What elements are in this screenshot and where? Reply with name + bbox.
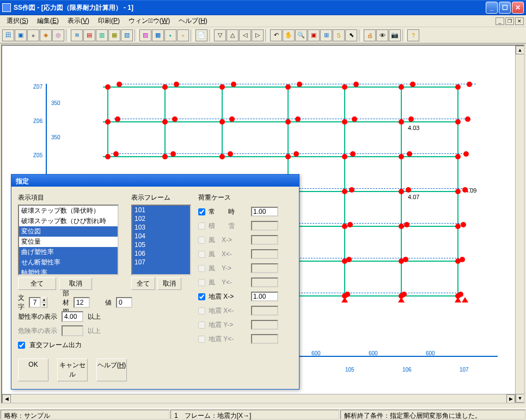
- status-panel-1: 略称：サンプル: [1, 410, 169, 419]
- tool-left[interactable]: ◁: [239, 29, 251, 41]
- cb-loadcase: [198, 322, 205, 329]
- tool-help[interactable]: ?: [407, 29, 419, 41]
- tool-undo[interactable]: ↶: [270, 29, 282, 41]
- menu-window[interactable]: ウィントﾞウ(W): [124, 15, 174, 27]
- tool-grid2[interactable]: ⊞: [320, 29, 332, 41]
- close-button[interactable]: ✕: [512, 2, 524, 14]
- tool-print[interactable]: 🖨: [364, 29, 376, 41]
- list-item[interactable]: 103: [132, 223, 190, 232]
- tool-14[interactable]: ▫: [177, 29, 189, 41]
- tool-fit[interactable]: ▣: [308, 29, 320, 41]
- list-item[interactable]: 破壊ステップ数（降伏時）: [19, 206, 118, 216]
- dialog-title: 指定: [11, 175, 299, 187]
- tool-zoom[interactable]: 🔍: [295, 29, 307, 41]
- list-item[interactable]: 破壊ステップ数（ひび割れ時: [19, 216, 118, 226]
- mdi-restore[interactable]: ❐: [505, 17, 514, 25]
- tool-13[interactable]: ▪: [164, 29, 176, 41]
- sosei-field[interactable]: [62, 311, 83, 322]
- mdi-minimize[interactable]: _: [496, 17, 504, 25]
- node-disp: [349, 187, 354, 193]
- cb-loadcase[interactable]: [198, 293, 205, 300]
- tool-8[interactable]: ▥: [96, 29, 108, 41]
- btn-all-2[interactable]: 全て: [131, 277, 155, 290]
- spin-moji[interactable]: ▲▼: [29, 297, 47, 308]
- ok-button[interactable]: OK: [18, 359, 48, 381]
- list-item[interactable]: 106: [132, 249, 190, 258]
- minimize-button[interactable]: _: [486, 2, 498, 14]
- spin-down-icon[interactable]: ▼: [41, 302, 47, 308]
- list-item[interactable]: せん断塑性率: [19, 257, 118, 268]
- list-item[interactable]: 変位図: [19, 226, 118, 237]
- node: [455, 189, 461, 194]
- node-disp: [458, 292, 463, 297]
- menu-view[interactable]: 表示(V): [63, 15, 94, 27]
- list-item[interactable]: 軸塑性率: [19, 268, 118, 275]
- cancel-button[interactable]: キャンセル: [57, 359, 88, 381]
- vscroll[interactable]: ▲ ▼: [515, 46, 524, 403]
- loadcase-value[interactable]: [251, 292, 278, 301]
- spin-up-icon[interactable]: ▲: [41, 297, 47, 302]
- tool-ptr[interactable]: ⬉: [345, 29, 357, 41]
- list-item[interactable]: 変位量: [19, 237, 118, 247]
- list-hyoji-komoku[interactable]: 破壊ステップ数（降伏時） 破壊ステップ数（ひび割れ時 変位図 変位量 曲げ塑性率…: [18, 205, 119, 275]
- list-item[interactable]: 曲げ塑性率: [19, 247, 118, 257]
- node: [162, 119, 168, 125]
- app-icon: [2, 3, 11, 12]
- tool-right[interactable]: ▷: [252, 29, 264, 41]
- tool-4[interactable]: ◈: [40, 29, 52, 41]
- tool-cam[interactable]: 📷: [389, 29, 401, 41]
- tool-5[interactable]: ◎: [52, 29, 64, 41]
- label-sosei: 塑性率の表示: [18, 312, 57, 322]
- tool-hand[interactable]: ✋: [283, 29, 295, 41]
- menu-print[interactable]: 印刷(P): [94, 15, 124, 27]
- list-item[interactable]: 105: [132, 240, 190, 249]
- support-icon: [455, 297, 461, 302]
- list-item[interactable]: 107: [132, 258, 190, 267]
- help-button[interactable]: ヘルプ(H): [96, 359, 127, 381]
- menu-help[interactable]: ヘルプ(H): [174, 15, 212, 27]
- tool-7[interactable]: ▤: [83, 29, 95, 41]
- btn-all-1[interactable]: 全て: [18, 277, 56, 290]
- label-ijo2: 以上: [88, 326, 101, 336]
- val-field[interactable]: [116, 297, 132, 308]
- loadcase-value[interactable]: [251, 207, 278, 217]
- menu-select[interactable]: 選択(S): [2, 15, 33, 27]
- node-disp: [407, 151, 412, 157]
- tool-12[interactable]: ▩: [152, 29, 164, 41]
- loadcase-label: 風 Y->: [209, 264, 248, 273]
- moji-field[interactable]: [29, 297, 41, 308]
- scroll-left-icon[interactable]: ◀: [2, 394, 11, 403]
- tool-3[interactable]: ●: [27, 29, 39, 41]
- btn-cancel-2[interactable]: 取消: [157, 277, 181, 290]
- tool-preview[interactable]: 👁: [376, 29, 388, 41]
- cb-loadcase[interactable]: [198, 208, 205, 215]
- menu-edit[interactable]: 編集(E): [33, 15, 63, 27]
- list-item[interactable]: 101: [132, 206, 190, 214]
- list-item[interactable]: 102: [132, 214, 190, 223]
- node-disp: [404, 222, 409, 227]
- cb-ortho[interactable]: [18, 342, 25, 349]
- tool-2[interactable]: ▣: [15, 29, 27, 41]
- list-hyoji-frame[interactable]: 101 102 103 104 105 106 107: [131, 205, 191, 275]
- node: [105, 154, 111, 159]
- scroll-right-icon[interactable]: ▶: [506, 394, 515, 403]
- tool-down[interactable]: ▽: [214, 29, 226, 41]
- mdi-close[interactable]: ✕: [515, 17, 524, 25]
- tool-6[interactable]: ≋: [71, 29, 83, 41]
- tool-s[interactable]: S: [333, 29, 345, 41]
- tool-10[interactable]: ▧: [121, 29, 133, 41]
- list-item[interactable]: 104: [132, 232, 190, 240]
- tool-grid[interactable]: 田: [2, 29, 14, 41]
- scroll-up-icon[interactable]: ▲: [516, 46, 524, 54]
- tool-11[interactable]: ▨: [139, 29, 151, 41]
- loadcase-label: 風 Y<-: [209, 278, 248, 287]
- hscroll[interactable]: ◀ ▶: [2, 394, 515, 403]
- tool-9[interactable]: ▦: [108, 29, 120, 41]
- tool-up[interactable]: △: [227, 29, 238, 41]
- buzai-field[interactable]: [74, 297, 90, 308]
- loadcase-row: 地震 Y->: [198, 318, 293, 332]
- maximize-button[interactable]: ☐: [499, 2, 511, 14]
- cb-loadcase: [198, 279, 205, 286]
- tool-doc[interactable]: 📄: [195, 29, 207, 41]
- scroll-down-icon[interactable]: ▼: [516, 394, 524, 403]
